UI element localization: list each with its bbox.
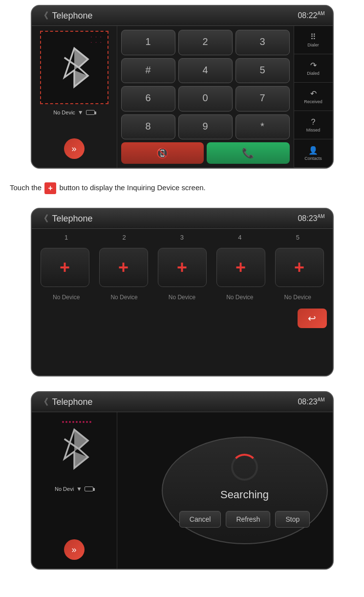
screen2-time: 08:23AM (298, 214, 324, 223)
screen3-right-panel: Searching Cancel Refresh Stop (117, 412, 333, 569)
device-labels-row: No Device No Device No Device No Device … (38, 294, 327, 301)
add-device-icon-4: + (236, 259, 246, 276)
device-slots-row: + + + + + (38, 244, 327, 291)
cancel-button[interactable]: Cancel (179, 511, 221, 528)
contacts-label: Contacts (304, 156, 322, 161)
screen2-back-arrows-icon[interactable]: 《 (40, 213, 48, 224)
dialer-label: Dialer (307, 43, 319, 47)
bluetooth-box: · · ·· · · (40, 31, 108, 104)
svg-marker-5 (74, 430, 88, 452)
dial-key-0[interactable]: 0 (178, 86, 233, 111)
screen2-header: 《 Telephone 08:23AM (32, 209, 333, 229)
screen3-back-arrows-icon[interactable]: 《 (40, 396, 48, 408)
dial-key-3[interactable]: 3 (236, 30, 290, 55)
screen3-bluetooth-icon (57, 427, 91, 471)
dial-key-2[interactable]: 2 (178, 30, 233, 55)
missed-label: Missed (306, 128, 321, 133)
instruction-before: Touch the (10, 183, 43, 192)
battery-icon (86, 110, 95, 115)
device-slot-5[interactable]: + (275, 248, 324, 287)
left-panel: · · ·· · · No Devic ▼ » (32, 26, 117, 168)
device-info: No Devic ▼ (53, 109, 95, 116)
dial-key-8[interactable]: 8 (121, 114, 175, 140)
add-device-icon-5: + (294, 259, 304, 276)
signal-icon: ▼ (78, 109, 84, 116)
missed-icon: ? (311, 118, 316, 127)
screen3-nav-button[interactable]: » (64, 539, 85, 560)
screen3-body: No Devi ▼ » Searching Cancel Refresh Sto… (32, 412, 333, 569)
back-icon: ↩ (308, 312, 316, 324)
slot-numbers-row: 1 2 3 4 5 (38, 234, 327, 241)
call-row: 📵 📞 (121, 142, 290, 164)
device-slot-4[interactable]: + (216, 248, 265, 287)
screen2-body: 1 2 3 4 5 + + + + + (32, 229, 333, 376)
menu-item-received[interactable]: ↶ Received (294, 83, 333, 111)
dialed-label: Dialed (307, 71, 320, 76)
dial-key-7[interactable]: 7 (236, 86, 290, 111)
menu-item-contacts[interactable]: 👤 Contacts (294, 139, 333, 168)
slot-number-5: 5 (273, 234, 322, 241)
back-button[interactable]: ↩ (298, 309, 327, 328)
plus-button-badge: + (44, 182, 56, 194)
menu-item-dialed[interactable]: ↷ Dialed (294, 54, 333, 83)
instruction-after: button to display the Inquiring Device s… (57, 183, 206, 192)
slot-number-2: 2 (100, 234, 149, 241)
screen3-time: 08:23AM (298, 397, 324, 406)
dialpad-grid: 1 2 3 # 4 5 6 0 7 8 9 * (121, 30, 290, 139)
received-label: Received (304, 99, 322, 104)
bluetooth-icon (57, 45, 91, 89)
device-slot-3[interactable]: + (158, 248, 207, 287)
dialpad-section: 1 2 3 # 4 5 6 0 7 8 9 * 📵 (117, 26, 294, 168)
searching-buttons: Cancel Refresh Stop (179, 511, 310, 528)
searching-overlay: Searching Cancel Refresh Stop (162, 437, 328, 544)
right-panel: ⠿ Dialer ↷ Dialed ↶ Received ? Missed 👤 (294, 26, 333, 168)
instruction-text: Touch the + button to display the Inquir… (0, 174, 364, 203)
dial-key-4[interactable]: 4 (178, 58, 233, 84)
dial-key-star[interactable]: * (236, 114, 290, 140)
dial-key-9[interactable]: 9 (178, 114, 233, 140)
sparkle-dots (62, 421, 91, 423)
device-label-5: No Device (273, 294, 322, 301)
slot-number-4: 4 (215, 234, 264, 241)
screen3-header: 《 Telephone 08:23AM (32, 392, 333, 412)
nav-forward-button[interactable]: » (64, 138, 85, 159)
device-label-1: No Device (42, 294, 91, 301)
stop-button[interactable]: Stop (275, 511, 310, 528)
device-slot-2[interactable]: + (99, 248, 148, 287)
start-call-button[interactable]: 📞 (207, 142, 290, 164)
device-label-2: No Device (100, 294, 149, 301)
sparkles-decoration: · · ·· · · (91, 34, 103, 45)
add-device-icon-1: + (60, 259, 70, 276)
end-call-button[interactable]: 📵 (121, 142, 204, 164)
received-icon: ↶ (310, 89, 317, 98)
screen2-title: Telephone (52, 214, 93, 224)
screen3-device-info: No Devi ▼ (55, 486, 93, 492)
add-device-icon-2: + (118, 259, 128, 276)
screen1-time: 08:22AM (298, 11, 324, 20)
end-call-icon: 📵 (156, 148, 169, 158)
dial-key-hash[interactable]: # (121, 58, 175, 84)
screen3-left-panel: No Devi ▼ » (32, 412, 117, 569)
svg-marker-1 (74, 48, 88, 70)
screen3: 《 Telephone 08:23AM (31, 391, 334, 570)
slot-number-1: 1 (42, 234, 91, 241)
back-arrows-icon[interactable]: 《 (40, 10, 48, 22)
device-slot-1[interactable]: + (41, 248, 89, 287)
dial-key-5[interactable]: 5 (236, 58, 290, 84)
contacts-icon: 👤 (308, 146, 318, 155)
svg-marker-2 (74, 70, 88, 87)
screen1-body: · · ·· · · No Devic ▼ » (32, 26, 333, 168)
dial-key-1[interactable]: 1 (121, 30, 175, 55)
searching-label: Searching (220, 488, 269, 501)
screen3-signal-icon: ▼ (76, 486, 82, 492)
refresh-button[interactable]: Refresh (226, 511, 270, 528)
device-label-4: No Device (215, 294, 264, 301)
slot-number-3: 3 (157, 234, 206, 241)
add-device-icon-3: + (177, 259, 187, 276)
menu-item-dialer[interactable]: ⠿ Dialer (294, 26, 333, 54)
dial-key-6[interactable]: 6 (121, 86, 175, 111)
screen3-battery-icon (85, 486, 93, 491)
screen2: 《 Telephone 08:23AM 1 2 3 4 5 + + (31, 208, 334, 376)
screen3-bluetooth-area (47, 417, 101, 481)
menu-item-missed[interactable]: ? Missed (294, 111, 333, 139)
